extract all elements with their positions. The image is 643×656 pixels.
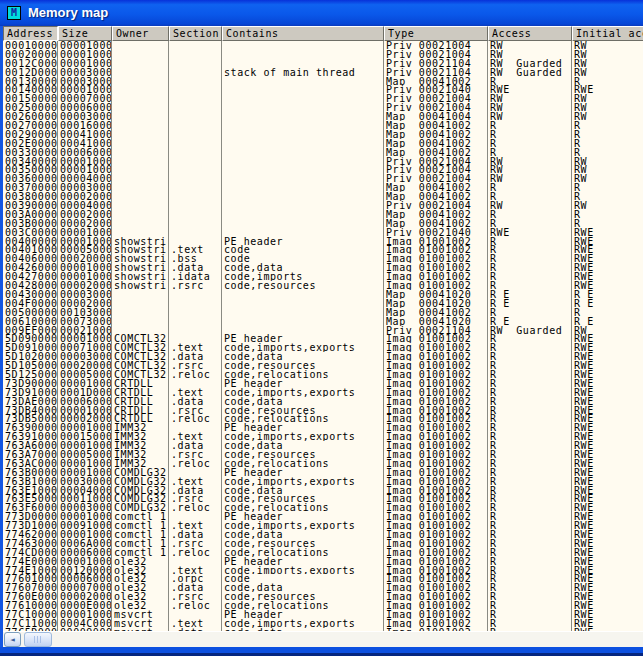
table-row[interactable]: 0039000000004000Priv 00021004RWRW [3,201,643,210]
cell-contains [222,59,384,68]
cell-address: 00401000 [3,245,58,254]
table-row[interactable]: 773D100000091000comctl_1.textcode,import… [3,521,643,530]
table-row[interactable]: 763E500000011000COMDLG32.rsrccode,resour… [3,494,643,503]
table-row[interactable]: 7639000000001000IMM32PE headerImag 01001… [3,423,643,432]
table-row[interactable]: 0040600000020000showstri.bsscodeImag 010… [3,254,643,263]
table-row[interactable]: 0025000000006000Priv 00021004RWRW [3,103,643,112]
table-row[interactable]: 0042700000001000showstri.idatacode,impor… [3,272,643,281]
cell-contains: stack of main thread [222,68,384,77]
table-row[interactable]: 763A600000001000IMM32.datacode,dataImag … [3,441,643,450]
table-row[interactable]: 0033000000006000Map 00041002RR [3,148,643,157]
table-row[interactable]: 73D9000000001000CRTDLLPE headerImag 0100… [3,379,643,388]
cell-type: Imag 01001002 [384,521,488,530]
table-row[interactable]: 773D000000001000comctl_1PE headerImag 01… [3,512,643,521]
table-row[interactable]: 003A000000002000Map 00041002RR [3,210,643,219]
cell-contains [222,112,384,121]
cell-access: R [488,210,572,219]
table-row[interactable]: 0042800000002000showstri.rsrccode,resour… [3,281,643,290]
column-header-contains[interactable]: Contains [222,26,384,41]
table-row[interactable]: 0029000000041000Map 00041002RR [3,130,643,139]
table-row[interactable]: 5D09000000001000COMCTL32PE headerImag 01… [3,334,643,343]
table-row[interactable]: 0001000000001000Priv 00021004RWRW [3,41,643,50]
scroll-left-button[interactable]: ◄ [4,632,21,647]
cell-access: RW [488,50,572,59]
table-row[interactable]: 002E000000041000Map 00041002RR [3,139,643,148]
cell-owner: CRTDLL [112,406,169,415]
table-row[interactable]: 774E100000120000ole32.textcode,imports,e… [3,566,643,575]
cell-access: R [488,343,572,352]
table-row[interactable]: 7760100000006000ole32.orpccodeImag 01001… [3,574,643,583]
table-row[interactable]: 0043000000003000Map 00041020R ER E [3,290,643,299]
table-row[interactable]: 763A700000005000IMM32.rsrccode,resources… [3,450,643,459]
window-titlebar[interactable]: M Memory map [0,0,643,26]
table-row[interactable]: 004F000000002000Map 00041020R ER E [3,299,643,308]
scroll-thumb[interactable] [24,632,52,647]
cell-owner [112,326,169,335]
table-row[interactable]: 0034000000001000Priv 00021004RWRW [3,157,643,166]
cell-owner: COMCTL32 [112,361,169,370]
table-row[interactable]: 774630000006A000comctl_1.rsrccode,resour… [3,539,643,548]
horizontal-scrollbar[interactable]: ◄ [3,631,643,647]
table-row[interactable]: 7760E00000002000ole32.rsrccode,resources… [3,592,643,601]
cell-owner: IMM32 [112,459,169,468]
table-row[interactable]: 0002000000001000Priv 00021004RWRW [3,50,643,59]
table-row[interactable]: 0027000000016000Map 00041002RR [3,121,643,130]
cell-initial: RW [572,201,643,210]
table-row[interactable]: 009EF00000021000Priv 00021104RW GuardedR… [3,326,643,335]
window-left-border [0,26,3,656]
column-header-size[interactable]: Size [58,26,112,41]
table-row[interactable]: 763F600000003000COMDLG32.reloccode,reloc… [3,503,643,512]
table-row[interactable]: 0035000000001000Priv 00021004RWRW [3,165,643,174]
table-row[interactable]: 0061000000073000Map 00041020R ER E [3,317,643,326]
column-header-section[interactable]: Section [169,26,222,41]
cell-address: 73DAE000 [3,397,58,406]
table-row[interactable]: 0040100000005000showstri.textcodeImag 01… [3,245,643,254]
table-row[interactable]: 763AC00000001000IMM32.reloccode,relocati… [3,459,643,468]
table-row[interactable]: 0014000000001000Priv 00021040RWERWE [3,85,643,94]
table-row[interactable]: 0037000000003000Map 00041002RR [3,183,643,192]
table-row[interactable]: 0015000000007000Priv 00021004RWRW [3,94,643,103]
column-header-type[interactable]: Type [384,26,488,41]
table-row[interactable]: 7746200000001000comctl_1.datacode,dataIm… [3,530,643,539]
cell-address: 763A7000 [3,450,58,459]
table-row[interactable]: 776100000000E000ole32.reloccode,relocati… [3,601,643,610]
column-header-access[interactable]: Access [488,26,572,41]
table-row[interactable]: 5D10200000003000COMCTL32.datacode,dataIm… [3,352,643,361]
table-row[interactable]: 0038000000002000Map 00041002RR [3,192,643,201]
table-row[interactable]: 5D09100000071000COMCTL32.textcode,import… [3,343,643,352]
table-row[interactable]: 77C1000000001000msvcrtPE headerImag 0100… [3,610,643,619]
table-row[interactable]: 73DB400000001000CRTDLL.rsrccode,resource… [3,406,643,415]
table-row[interactable]: 0042600000001000showstri.datacode,dataIm… [3,263,643,272]
column-header-initial-access[interactable]: Initial acc [572,26,643,41]
table-row[interactable]: 0036000000004000Priv 00021004RWRW [3,174,643,183]
table-row[interactable]: 774E000000001000ole32PE headerImag 01001… [3,557,643,566]
table-row[interactable]: 77C110000004C000msvcrt.textcode,imports,… [3,619,643,628]
cell-address: 00140000 [3,85,58,94]
cell-owner: COMDLG32 [112,468,169,477]
cell-size: 00020000 [58,361,112,370]
table-row[interactable]: 5D12500000005000COMCTL32.reloccode,reloc… [3,370,643,379]
table-row[interactable]: 7760700000007000ole32.datacode,dataImag … [3,583,643,592]
table-row[interactable]: 0013000000003000Map 00041002RR [3,77,643,86]
table-row[interactable]: 0012D00000003000stack of main threadPriv… [3,68,643,77]
cell-owner [112,85,169,94]
table-row[interactable]: 003B000000002000Map 00041002RR [3,219,643,228]
table-row[interactable]: 73DAE00000006000CRTDLL.datacode,dataImag… [3,397,643,406]
column-header-address[interactable]: Address [3,26,58,41]
table-row[interactable]: 0012C00000001000Priv 00021104RW GuardedR… [3,59,643,68]
column-header-owner[interactable]: Owner [112,26,169,41]
table-row[interactable]: 774CD00000006000comctl_1.reloccode,reloc… [3,548,643,557]
table-row[interactable]: 763E100000004000COMDLG32.datacode,dataIm… [3,486,643,495]
table-row[interactable]: 73D910000001D000CRTDLL.textcode,imports,… [3,388,643,397]
cell-contains [222,317,384,326]
table-row[interactable]: 0026000000003000Map 00041004RWRW [3,112,643,121]
table-row[interactable]: 763B000000001000COMDLG32PE headerImag 01… [3,468,643,477]
table-row[interactable]: 5D10500000020000COMCTL32.rsrccode,resour… [3,361,643,370]
table-row[interactable]: 0050000000103000Map 00041002RR [3,308,643,317]
table-row[interactable]: 763B100000030000COMDLG32.textcode,import… [3,477,643,486]
table-row[interactable]: 7639100000015000IMM32.textcode,imports,e… [3,432,643,441]
cell-address: 77C11000 [3,619,58,628]
table-row[interactable]: 003C000000001000Priv 00021040RWERWE [3,228,643,237]
table-row[interactable]: 73DB500000002000CRTDLL.reloccode,relocat… [3,414,643,423]
table-row[interactable]: 0040000000001000showstriPE headerImag 01… [3,237,643,246]
